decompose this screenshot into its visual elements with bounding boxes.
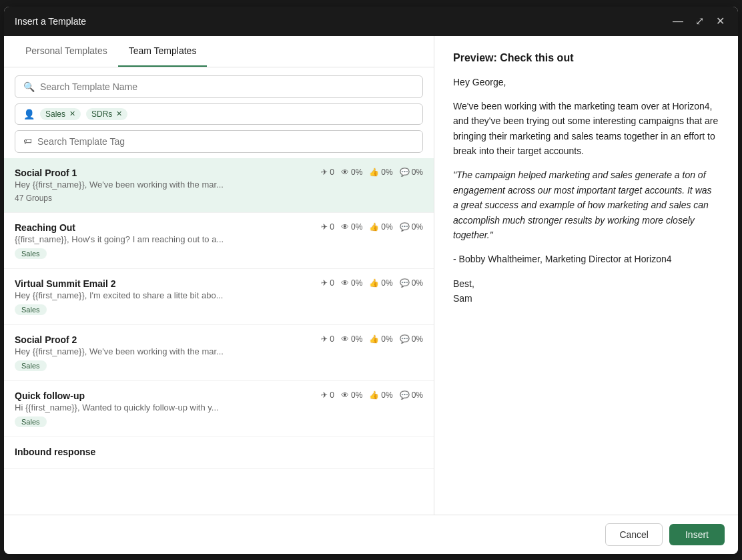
open-icon: 👁 [341,334,349,344]
template-item-header: Inbound response [15,447,423,459]
template-tag: Sales [15,248,47,259]
template-tag-row: Sales [15,360,224,371]
stat-click: 👍 0% [369,390,392,400]
preview-attribution: - Bobby Whaltheimer, Marketing Director … [453,252,719,266]
template-preview-text: Hey {{first_name}}, I'm excited to share… [15,290,223,300]
template-item[interactable]: Reaching Out {{first_name}}, How's it go… [4,213,434,269]
template-name: Social Proof 2 [15,334,224,345]
tab-personal-templates[interactable]: Personal Templates [15,36,118,67]
reply-icon: 💬 [400,222,410,232]
groups-label: 47 Groups [15,194,224,203]
template-item[interactable]: Quick follow-up Hi {{first_name}}, Wante… [4,381,434,437]
reply-value: 0% [412,222,423,232]
stat-click: 👍 0% [369,334,392,344]
maximize-button[interactable]: ⤢ [693,15,707,28]
open-value: 0% [351,278,362,288]
click-icon: 👍 [369,168,379,177]
open-value: 0% [351,334,362,344]
left-panel: Personal Templates Team Templates 🔍 👤 Sa… [4,36,434,515]
remove-sales-tag[interactable]: ✕ [69,109,75,118]
open-icon: 👁 [341,390,349,400]
template-item[interactable]: Social Proof 2 Hey {{first_name}}, We've… [4,325,434,381]
template-name: Social Proof 1 [15,168,224,178]
template-tag-row: Sales [15,248,224,259]
remove-sdrs-tag[interactable]: ✕ [116,109,122,118]
template-stats: ✈ 0 👁 0% 👍 0% [321,222,423,232]
open-value: 0% [351,168,362,177]
template-preview-text: Hey {{first_name}}, We've been working w… [15,346,224,356]
click-icon: 👍 [369,278,379,288]
filter-tag-sales: Sales ✕ [40,108,81,120]
modal-header: Insert a Template — ⤢ ✕ [4,7,738,36]
sent-icon: ✈ [321,334,328,344]
tag-icon: 🏷 [23,136,32,146]
filter-tag-sales-label: Sales [45,109,65,119]
template-item-header: Social Proof 2 Hey {{first_name}}, We've… [15,334,423,371]
template-preview-text: Hi {{first_name}}, Wanted to quickly fol… [15,402,219,412]
template-item[interactable]: Virtual Summit Email 2 Hey {{first_name}… [4,269,434,325]
tag-search-input[interactable] [37,136,414,147]
stat-reply: 💬 0% [400,278,423,288]
template-item-header: Social Proof 1 Hey {{first_name}}, We've… [15,168,423,203]
filter-row: 👤 Sales ✕ SDRs ✕ [15,103,423,125]
template-item[interactable]: Social Proof 1 Hey {{first_name}}, We've… [4,158,434,213]
sent-value: 0 [330,278,334,288]
template-tag: Sales [15,360,47,371]
open-value: 0% [351,390,362,400]
reply-icon: 💬 [400,168,410,177]
template-item-header: Reaching Out {{first_name}}, How's it go… [15,222,423,259]
stat-click: 👍 0% [369,168,392,177]
reply-value: 0% [412,168,423,177]
template-preview-text: {{first_name}}, How's it going? I am rea… [15,234,224,244]
click-value: 0% [381,168,392,177]
sent-icon: ✈ [321,168,328,177]
tag-search-row: 🏷 [15,130,423,153]
template-tag: Sales [15,416,47,427]
stat-sent: ✈ 0 [321,168,334,177]
template-item[interactable]: Inbound response [4,437,434,469]
cancel-button[interactable]: Cancel [605,523,663,546]
open-icon: 👁 [341,278,349,288]
modal-controls: — ⤢ ✕ [670,15,727,28]
sent-value: 0 [330,390,334,400]
open-icon: 👁 [341,168,349,177]
template-name: Quick follow-up [15,390,219,401]
stat-reply: 💬 0% [400,334,423,344]
reply-value: 0% [412,278,423,288]
insert-button[interactable]: Insert [669,524,725,545]
template-item-header: Virtual Summit Email 2 Hey {{first_name}… [15,278,423,315]
stat-reply: 💬 0% [400,390,423,400]
preview-body: Hey George, We've been working with the … [453,75,719,306]
template-item-header: Quick follow-up Hi {{first_name}}, Wante… [15,390,423,427]
insert-template-modal: Insert a Template — ⤢ ✕ Personal Templat… [4,7,738,554]
filter-tag-sdrs-label: SDRs [91,109,112,119]
search-icon: 🔍 [23,81,35,92]
modal-title: Insert a Template [15,16,86,27]
minimize-button[interactable]: — [670,15,686,28]
preview-closing: Best,Sam [453,276,719,306]
click-icon: 👍 [369,334,379,344]
preview-greeting: Hey George, [453,75,719,89]
tab-team-templates[interactable]: Team Templates [118,36,208,67]
stat-click: 👍 0% [369,222,392,232]
close-button[interactable]: ✕ [713,15,727,28]
filter-tag-sdrs: SDRs ✕ [86,108,127,120]
template-stats: ✈ 0 👁 0% 👍 0% [321,334,423,344]
template-stats: ✈ 0 👁 0% 👍 0% [321,168,423,177]
stat-open: 👁 0% [341,222,362,232]
stat-open: 👁 0% [341,168,362,177]
stat-open: 👁 0% [341,390,362,400]
reply-icon: 💬 [400,390,410,400]
click-value: 0% [381,390,392,400]
reply-icon: 💬 [400,334,410,344]
stat-reply: 💬 0% [400,168,423,177]
preview-body1: We've been working with the marketing te… [453,99,719,159]
stat-sent: ✈ 0 [321,390,334,400]
search-input[interactable] [40,81,414,92]
sent-value: 0 [330,334,334,344]
stat-sent: ✈ 0 [321,278,334,288]
modal-footer: Cancel Insert [4,515,738,554]
preview-title: Preview: Check this out [453,52,719,64]
click-icon: 👍 [369,390,379,400]
sent-value: 0 [330,222,334,232]
